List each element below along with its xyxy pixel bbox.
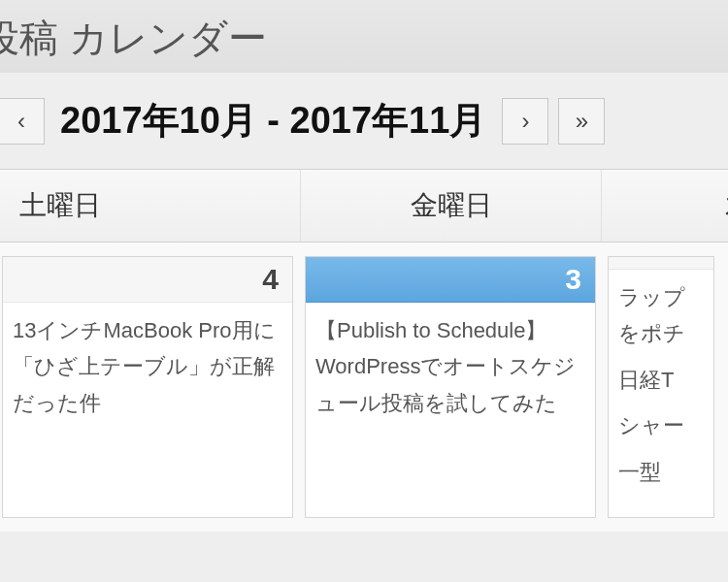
calendar-nav: ‹ 2017年10月 - 2017年11月 › » xyxy=(0,73,728,169)
calendar-cell[interactable]: 3 【Publish to Schedule】WordPressでオートスケジュ… xyxy=(305,256,596,518)
day-header-saturday: 土曜日 xyxy=(0,170,301,242)
page-title: 投稿 カレンダー xyxy=(0,0,728,73)
calendar-cells-row: 4 13インチMacBook Pro用に「ひざ上テーブル」が正解だった件 3 【… xyxy=(0,242,728,532)
calendar-cell[interactable]: 4 13インチMacBook Pro用に「ひざ上テーブル」が正解だった件 xyxy=(2,256,293,518)
cell-body: ラップ をポチ 日経T シャー 一型 xyxy=(609,270,713,517)
cell-body: 【Publish to Schedule】WordPressでオートスケジュール… xyxy=(306,303,595,448)
post-entry[interactable]: 一型 xyxy=(618,454,704,490)
post-entry[interactable]: ラップ をポチ xyxy=(618,279,704,352)
post-entry[interactable]: 日経T xyxy=(618,362,704,398)
cell-body: 13インチMacBook Pro用に「ひざ上テーブル」が正解だった件 xyxy=(3,303,292,448)
day-header-row: 土曜日 金曜日 木曜 xyxy=(0,170,728,242)
day-header-thursday: 木曜 xyxy=(602,170,728,242)
post-entry[interactable]: シャー xyxy=(618,407,704,443)
cell-date: 3 xyxy=(306,257,595,303)
prev-button[interactable]: ‹ xyxy=(0,98,45,145)
post-line: をポチ xyxy=(618,321,685,345)
post-entry[interactable]: 【Publish to Schedule】WordPressでオートスケジュール… xyxy=(315,312,585,421)
date-range-label: 2017年10月 - 2017年11月 xyxy=(54,96,492,146)
next-button[interactable]: › xyxy=(502,98,548,145)
post-line: ラップ xyxy=(618,285,685,309)
day-header-friday: 金曜日 xyxy=(301,170,602,242)
cell-date xyxy=(609,257,713,270)
calendar-cell[interactable]: ラップ をポチ 日経T シャー 一型 xyxy=(608,256,714,518)
cell-date: 4 xyxy=(3,257,292,303)
forward-button[interactable]: » xyxy=(558,98,605,145)
calendar: 土曜日 金曜日 木曜 4 13インチMacBook Pro用に「ひざ上テーブル」… xyxy=(0,169,728,532)
post-entry[interactable]: 13インチMacBook Pro用に「ひざ上テーブル」が正解だった件 xyxy=(13,312,282,421)
